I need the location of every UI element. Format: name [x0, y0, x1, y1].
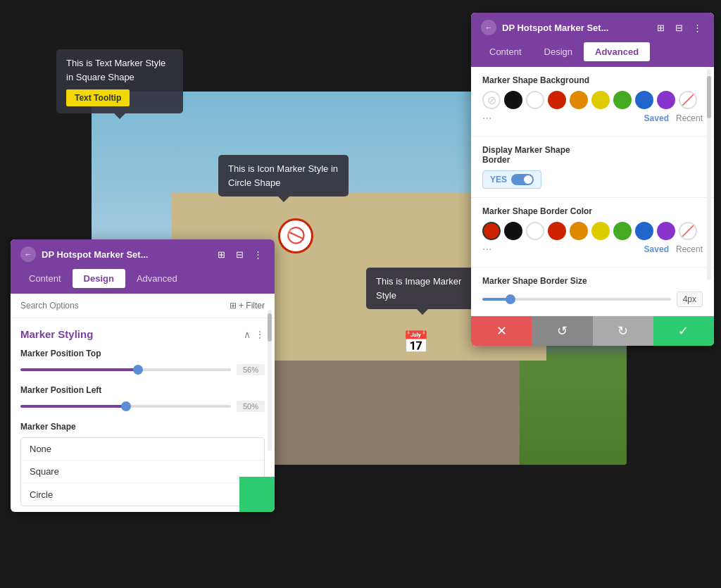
dots-button-2[interactable]: ··· [482, 243, 637, 256]
tooltip-text-content: This is Text Marker Style in Square Shap… [66, 56, 173, 84]
border-size-row: 4px [482, 292, 703, 307]
circle-marker-icon: 🚫 [284, 224, 308, 248]
tooltip-icon-marker: This is Icon Marker Style in Circle Shap… [218, 155, 349, 196]
option-circle[interactable]: Circle ✓ [21, 483, 264, 506]
panel-right-header-icons: ⊞ ⊟ ⋮ [653, 20, 704, 35]
shape-background-section: Marker Shape Background ··· Saved Recent [471, 67, 714, 137]
position-left-value: 50% [237, 401, 265, 412]
position-left-track[interactable] [20, 405, 231, 408]
toggle-yes-button[interactable]: YES [482, 170, 541, 189]
panel-left: ← DP Hotspot Marker Set... ⊞ ⊟ ⋮ Content… [11, 239, 275, 512]
option-square[interactable]: Square [21, 461, 264, 483]
right-layout-icon[interactable]: ⊟ [672, 20, 686, 35]
swatch-orange[interactable] [570, 91, 588, 109]
shape-bg-label: Marker Shape Background [482, 75, 703, 85]
position-top-track[interactable] [20, 368, 231, 371]
toggle-switch[interactable] [511, 174, 534, 185]
tab-content-right[interactable]: Content [478, 42, 533, 61]
dots-button-1[interactable]: ··· [482, 112, 637, 125]
more-icon[interactable]: ⋮ [251, 247, 265, 261]
swatch-green[interactable] [613, 91, 632, 109]
panel-right-tabs: Content Design Advanced [471, 42, 714, 67]
text-tooltip-button[interactable]: Text Tooltip [66, 89, 130, 106]
border-swatch-red[interactable] [548, 222, 566, 240]
panel-left-header: ← DP Hotspot Marker Set... ⊞ ⊟ ⋮ [11, 239, 275, 269]
tab-content-left[interactable]: Content [18, 269, 73, 288]
redo-button[interactable]: ↻ [593, 316, 653, 346]
position-left-slider-row: 50% [20, 401, 265, 412]
cancel-button[interactable]: ✕ [471, 316, 532, 346]
swatch-red[interactable] [548, 91, 566, 109]
tab-advanced-left[interactable]: Advanced [125, 269, 189, 288]
panel-left-tabs: Content Design Advanced [11, 269, 275, 294]
filter-button[interactable]: ⊞ + Filter [230, 301, 265, 311]
panel-right-header: ← DP Hotspot Marker Set... ⊞ ⊟ ⋮ [471, 13, 714, 42]
recent-link-2[interactable]: Recent [676, 244, 703, 254]
border-swatch-red-active[interactable] [482, 222, 501, 240]
undo-button[interactable]: ↺ [532, 316, 592, 346]
swatch-purple[interactable] [657, 91, 675, 109]
section-header: Marker Styling ∧ ⋮ [20, 328, 265, 340]
save-button[interactable]: ✓ [653, 316, 714, 346]
saved-recent-row-1: ··· Saved Recent [482, 109, 703, 127]
tooltip-image-marker: This is Image Marker Style [366, 268, 479, 309]
border-swatch-slash[interactable] [679, 222, 697, 240]
border-color-swatches [482, 222, 703, 240]
swatch-transparent[interactable] [482, 91, 501, 109]
image-marker[interactable]: 📅 [398, 324, 433, 359]
border-swatch-yellow[interactable] [591, 222, 610, 240]
panel-left-title: DP Hotspot Marker Set... [42, 249, 208, 260]
border-swatch-green[interactable] [613, 222, 632, 240]
display-border-label: Display Marker ShapeBorder [482, 145, 703, 165]
border-swatch-orange[interactable] [570, 222, 588, 240]
marker-shape-label: Marker Shape [20, 422, 265, 432]
right-expand-icon[interactable]: ⊞ [653, 20, 667, 35]
expand-icon[interactable]: ⊞ [214, 247, 228, 261]
teal-accent [239, 477, 275, 512]
circle-marker[interactable]: 🚫 [278, 218, 313, 254]
back-button[interactable]: ← [20, 246, 36, 262]
search-input[interactable] [20, 301, 224, 311]
swatch-blue[interactable] [635, 91, 653, 109]
border-color-section: Marker Shape Border Color ··· Saved Rece… [471, 198, 714, 268]
display-border-section: Display Marker ShapeBorder YES [471, 137, 714, 198]
swatch-black[interactable] [504, 91, 522, 109]
tab-design-right[interactable]: Design [533, 42, 584, 61]
section-more-icon[interactable]: ⋮ [255, 329, 265, 340]
saved-link-1[interactable]: Saved [644, 113, 669, 123]
saved-link-2[interactable]: Saved [644, 244, 669, 254]
tab-advanced-right[interactable]: Advanced [584, 42, 650, 61]
action-bar: ✕ ↺ ↻ ✓ [471, 316, 714, 346]
image-marker-icon: 📅 [403, 330, 429, 354]
option-none[interactable]: None [21, 438, 264, 461]
recent-link-1[interactable]: Recent [676, 113, 703, 123]
swatch-yellow[interactable] [591, 91, 610, 109]
border-swatch-white[interactable] [526, 222, 544, 240]
collapse-icon[interactable]: ∧ [244, 329, 251, 340]
border-swatch-blue[interactable] [635, 222, 653, 240]
border-size-track[interactable] [482, 298, 671, 301]
swatch-slash[interactable] [679, 91, 697, 109]
panel-left-scrollbar-thumb [268, 313, 272, 342]
tooltip-text-marker: This is Text Marker Style in Square Shap… [56, 49, 183, 113]
right-more-icon[interactable]: ⋮ [690, 20, 704, 35]
right-back-button[interactable]: ← [481, 20, 496, 35]
border-size-section: Marker Shape Border Size 4px [471, 268, 714, 316]
saved-recent-row-2: ··· Saved Recent [482, 240, 703, 258]
tooltip-image-content: This is Image Marker Style [376, 275, 469, 302]
border-size-value: 4px [677, 292, 703, 307]
border-swatch-purple[interactable] [657, 222, 675, 240]
tab-design-left[interactable]: Design [73, 269, 125, 288]
panel-left-scrollbar[interactable] [268, 310, 272, 451]
panel-right-scrollbar[interactable] [707, 69, 711, 280]
position-top-value: 56% [237, 364, 265, 375]
section-icons: ∧ ⋮ [244, 329, 265, 340]
swatch-white[interactable] [526, 91, 544, 109]
search-row: ⊞ + Filter [11, 294, 275, 318]
marker-styling-section: Marker Styling ∧ ⋮ Marker Position Top 5… [11, 318, 275, 512]
panel-right: ← DP Hotspot Marker Set... ⊞ ⊟ ⋮ Content… [471, 13, 714, 346]
border-swatch-black[interactable] [504, 222, 522, 240]
layout-icon[interactable]: ⊟ [232, 247, 246, 261]
border-size-label: Marker Shape Border Size [482, 276, 703, 286]
border-color-label: Marker Shape Border Color [482, 206, 703, 216]
